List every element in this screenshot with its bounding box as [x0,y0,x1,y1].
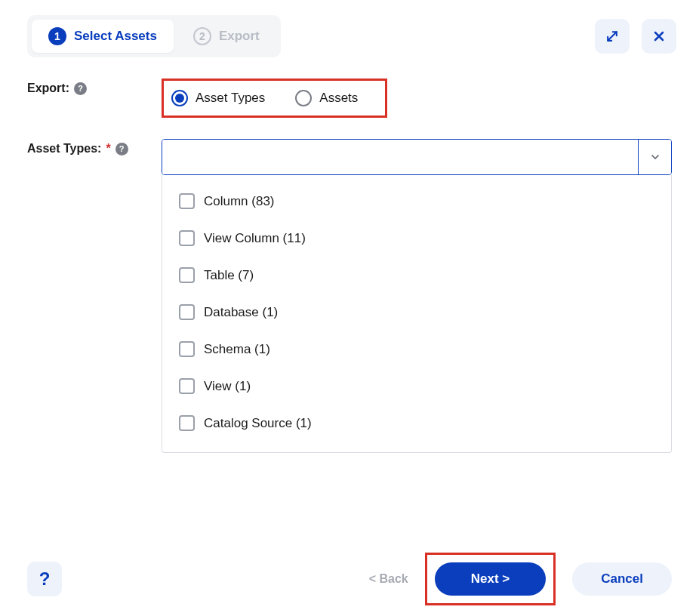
step-select-assets[interactable]: 1 Select Assets [32,20,174,53]
wizard-header: 1 Select Assets 2 Export [0,0,699,65]
checkbox-icon [179,341,195,357]
radio-assets-label: Assets [319,91,358,106]
help-button[interactable]: ? [27,562,62,596]
option-table[interactable]: Table (7) [162,257,671,294]
asset-types-input[interactable] [162,140,638,174]
step-export[interactable]: 2 Export [177,20,276,53]
option-label: Table (7) [204,268,254,283]
next-highlight: Next > [425,553,556,605]
required-mark: * [106,142,110,156]
export-row: Export: ? Asset Types Assets [27,79,672,118]
checkbox-icon [179,267,195,283]
step-2-badge: 2 [193,27,211,45]
radio-assets[interactable]: Assets [295,90,358,106]
option-label: View (1) [204,379,251,394]
help-icon[interactable]: ? [115,143,128,156]
next-button[interactable]: Next > [435,562,547,596]
asset-types-dropdown-panel: Column (83) View Column (11) Table (7) D… [162,175,672,453]
export-label-text: Export: [27,82,69,95]
form-area: Export: ? Asset Types Assets Asset Types… [0,65,699,453]
option-view-column[interactable]: View Column (11) [162,220,671,257]
export-radio-group: Asset Types Assets [162,79,387,118]
footer: ? < Back Next > Cancel [0,553,699,605]
footer-actions: < Back Next > Cancel [369,553,672,605]
header-actions [595,19,676,54]
expand-button[interactable] [595,19,630,54]
dropdown-toggle[interactable] [638,140,671,174]
asset-types-dropdown[interactable] [162,139,672,175]
option-label: View Column (11) [204,231,306,246]
asset-types-field: Column (83) View Column (11) Table (7) D… [162,139,672,453]
steps-container: 1 Select Assets 2 Export [27,15,281,57]
step-2-label: Export [219,29,260,44]
option-label: Catalog Source (1) [204,416,312,431]
close-button[interactable] [642,19,676,54]
cancel-button[interactable]: Cancel [572,562,672,596]
option-column[interactable]: Column (83) [162,183,671,220]
help-icon[interactable]: ? [74,82,87,95]
expand-icon [605,29,620,44]
asset-types-label: Asset Types: * ? [27,139,162,156]
option-database[interactable]: Database (1) [162,294,671,331]
chevron-down-icon [649,151,661,163]
option-catalog-source[interactable]: Catalog Source (1) [162,405,671,442]
step-1-label: Select Assets [74,29,157,44]
radio-checked-icon [171,90,188,106]
checkbox-icon [179,230,195,246]
option-view[interactable]: View (1) [162,368,671,405]
close-icon [651,29,667,44]
checkbox-icon [179,378,195,394]
asset-types-label-text: Asset Types: [27,142,101,156]
checkbox-icon [179,304,195,320]
option-label: Column (83) [204,194,275,209]
back-button: < Back [369,572,408,586]
export-label: Export: ? [27,79,162,95]
checkbox-icon [179,193,195,209]
option-label: Schema (1) [204,342,270,357]
radio-asset-types-label: Asset Types [196,91,265,106]
checkbox-icon [179,415,195,431]
option-label: Database (1) [204,305,278,320]
asset-types-row: Asset Types: * ? Column (83) View Column… [27,139,672,453]
radio-asset-types[interactable]: Asset Types [171,90,265,106]
step-1-badge: 1 [48,27,66,45]
option-schema[interactable]: Schema (1) [162,331,671,368]
radio-unchecked-icon [295,90,312,106]
